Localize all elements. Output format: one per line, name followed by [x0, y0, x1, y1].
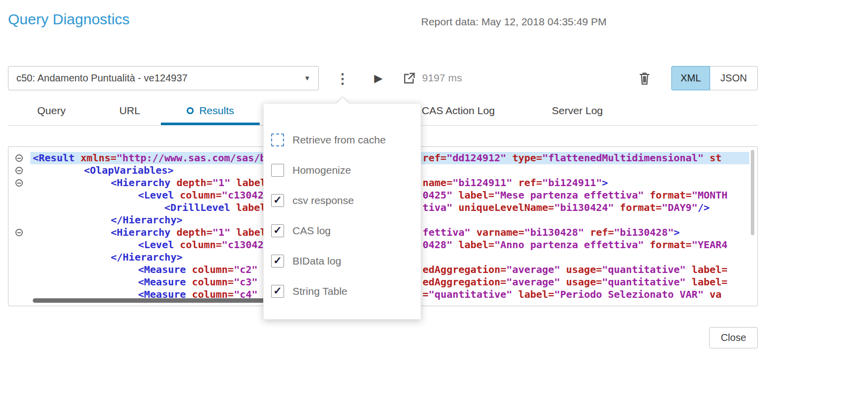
- tab-results[interactable]: Results: [161, 98, 260, 125]
- checkbox[interactable]: ✓: [271, 194, 284, 207]
- format-toggle: XML JSON: [671, 66, 758, 90]
- elapsed-time: 9197 ms: [422, 72, 462, 84]
- menu-item-label: csv response: [292, 195, 354, 206]
- code-segment: </Hierarchy>: [111, 251, 183, 264]
- code-segment: 0425" label="Mese partenza effettiva" fo…: [423, 189, 727, 202]
- tab-cas-action-log[interactable]: CAS Action Log: [422, 98, 495, 125]
- code-segment: <OlapVariables>: [84, 164, 174, 177]
- check-icon: ✓: [273, 225, 282, 235]
- check-icon: ✓: [273, 285, 282, 296]
- code-segment: tiva" uniqueLevelName="bi130424" format=…: [423, 202, 710, 214]
- delete-button[interactable]: [635, 67, 654, 90]
- checkbox[interactable]: [271, 164, 284, 177]
- tab-server-log[interactable]: Server Log: [552, 98, 603, 125]
- menu-item-label: Homogenize: [292, 164, 351, 176]
- query-select-value: c50: Andamento Puntualità - ve124937: [16, 72, 304, 84]
- query-select[interactable]: c50: Andamento Puntualità - ve124937 ▼: [8, 66, 319, 90]
- code-segment: edAggregation="average" usage="quantitat…: [423, 276, 727, 288]
- code-segment: fettiva" varname="bi130428" ref="bi13042…: [423, 226, 680, 239]
- open-in-new-icon: [403, 72, 416, 85]
- collapse-icon[interactable]: [15, 167, 23, 174]
- menu-item-label: String Table: [292, 285, 348, 297]
- options-menu-items: Retrieve from cacheHomogenize✓csv respon…: [264, 125, 421, 306]
- collapse-icon[interactable]: [15, 229, 23, 236]
- horizontal-scrollbar-thumb[interactable]: [33, 298, 291, 303]
- options-menu: Retrieve from cacheHomogenize✓csv respon…: [263, 103, 421, 320]
- checkbox[interactable]: ✓: [271, 285, 284, 298]
- format-xml-button[interactable]: XML: [671, 66, 710, 90]
- code-segment: </Hierarchy>: [111, 214, 183, 226]
- menu-item-string-table[interactable]: ✓String Table: [264, 276, 421, 306]
- checkbox[interactable]: [271, 134, 284, 146]
- code-segment: <Level column="c13042: [138, 189, 264, 202]
- checkbox[interactable]: ✓: [271, 255, 284, 268]
- code-segment: <DrillLevel label=: [164, 202, 272, 214]
- menu-caret: [336, 97, 349, 104]
- code-segment: 0428" label="Anno partenza effettiva" fo…: [423, 239, 727, 251]
- export-button[interactable]: [399, 67, 419, 90]
- page-title: Query Diagnostics: [8, 11, 130, 28]
- report-data-timestamp: Report data: May 12, 2018 04:35:49 PM: [421, 16, 607, 28]
- collapse-icon[interactable]: [15, 154, 23, 162]
- menu-item-csv-response[interactable]: ✓csv response: [264, 185, 421, 215]
- trash-icon: [639, 71, 651, 85]
- code-segment: edAggregation="average" usage="quantitat…: [423, 264, 727, 276]
- format-json-button[interactable]: JSON: [710, 66, 758, 90]
- code-segment: <Level column="c13042: [138, 239, 264, 251]
- check-icon: ✓: [273, 255, 282, 266]
- more-options-button[interactable]: ⋮: [334, 67, 352, 90]
- tab-label: Server Log: [552, 105, 603, 117]
- menu-item-bidata-log[interactable]: ✓BIData log: [264, 246, 421, 276]
- menu-item-label: Retrieve from cache: [292, 134, 386, 146]
- tab-label: CAS Action Log: [422, 105, 495, 117]
- vertical-scrollbar-thumb[interactable]: [751, 150, 754, 235]
- play-icon: ▶: [374, 72, 383, 85]
- code-segment: name="bi124911" ref="bi124911">: [423, 177, 608, 189]
- code-segment: ref="dd124912" type="flattenedMultidimen…: [423, 152, 722, 164]
- tab-url[interactable]: URL: [119, 98, 140, 125]
- circle-icon: [187, 107, 194, 114]
- tab-label: URL: [119, 105, 140, 117]
- menu-item-label: BIData log: [292, 255, 341, 267]
- kebab-icon: ⋮: [336, 70, 350, 87]
- tab-query[interactable]: Query: [37, 98, 66, 125]
- menu-item-label: CAS log: [292, 225, 331, 237]
- tab-label: Results: [199, 105, 234, 117]
- menu-item-homogenize[interactable]: Homogenize: [264, 155, 421, 185]
- tab-label: Query: [37, 105, 66, 117]
- checkbox[interactable]: ✓: [271, 224, 284, 237]
- close-button[interactable]: Close: [709, 327, 758, 348]
- menu-item-cas-log[interactable]: ✓CAS log: [264, 215, 421, 246]
- check-icon: ✓: [273, 195, 282, 205]
- code-segment: ="quantitative" label="Periodo Seleziona…: [423, 288, 722, 301]
- run-query-button[interactable]: ▶: [368, 67, 388, 90]
- query-diagnostics-panel: Query Diagnostics Report data: May 12, 2…: [0, 0, 868, 404]
- code-segment: <Result xmlns="http://www.sas.com/sas/b: [33, 152, 266, 164]
- chevron-down-icon: ▼: [304, 74, 310, 82]
- collapse-icon[interactable]: [15, 179, 23, 187]
- menu-item-retrieve-from-cache[interactable]: Retrieve from cache: [264, 125, 421, 155]
